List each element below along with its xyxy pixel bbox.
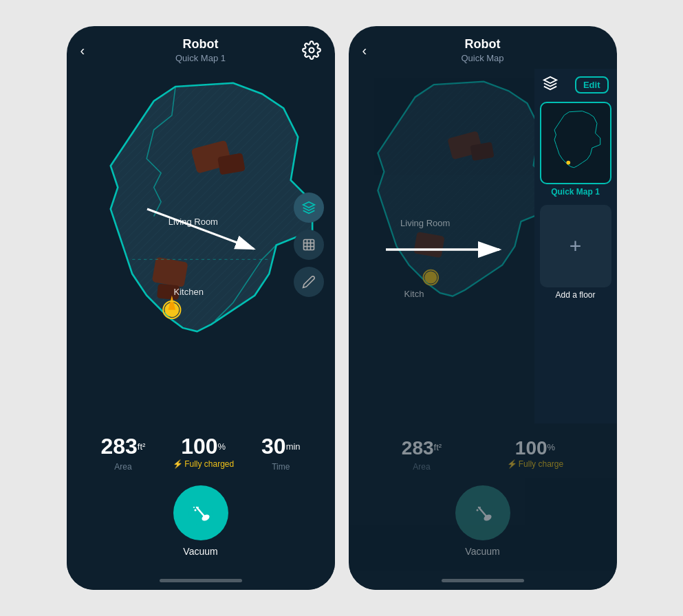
stats-section-2: 283ft² Area 100% ⚡ Fully charge <box>349 424 617 478</box>
side-panel: Edit Quick Map 1 + <box>534 69 617 424</box>
side-buttons-panel <box>294 192 324 297</box>
screen1-subtitle: Quick Map 1 <box>101 53 301 63</box>
svg-point-43 <box>479 507 481 508</box>
layers-panel-icon[interactable] <box>543 76 558 94</box>
screen2: ‹ Robot Quick Map <box>349 26 617 590</box>
screen1-header: ‹ Robot Quick Map 1 <box>67 26 335 69</box>
map-thumbnail-wrapper: Quick Map 1 <box>540 102 611 197</box>
svg-marker-27 <box>378 82 534 296</box>
home-indicator-2 <box>349 571 617 590</box>
svg-point-42 <box>476 509 478 512</box>
vacuum-button-2[interactable] <box>455 485 510 540</box>
header-title-block-1: Robot Quick Map 1 <box>101 37 301 63</box>
svg-rect-7 <box>157 284 180 300</box>
screen2-subtitle: Quick Map <box>383 53 583 63</box>
back-button-2[interactable]: ‹ <box>362 43 383 58</box>
select-icon <box>302 238 316 252</box>
lightning-icon: ⚡ <box>173 459 183 469</box>
svg-point-38 <box>566 161 570 165</box>
screen2-arrow-svg <box>386 239 510 260</box>
add-floor-label: Add a floor <box>540 290 611 300</box>
svg-point-0 <box>309 48 314 53</box>
header-title-block-2: Robot Quick Map <box>383 37 583 63</box>
vacuum-section-2: Vacuum <box>349 478 617 571</box>
battery-value: 100% <box>173 434 234 459</box>
screen2-map: Living Room Kitch <box>349 69 534 424</box>
back-button-1[interactable]: ‹ <box>80 43 101 58</box>
living-room-label-2: Living Room <box>400 218 450 228</box>
plus-icon: + <box>570 234 582 258</box>
add-floor-wrapper: + Add a floor <box>540 205 611 300</box>
edit-button[interactable]: Edit <box>575 76 609 94</box>
battery-stat: 100% ⚡ Fully charged <box>173 434 234 469</box>
time-label: Time <box>261 462 301 472</box>
pencil-button[interactable] <box>294 267 324 297</box>
arrow-annotation <box>133 202 271 257</box>
vacuum-label-1: Vacuum <box>183 546 217 557</box>
floor-plan-svg-2 <box>356 72 534 333</box>
battery-stat-2: 100% ⚡ Fully charge <box>507 437 563 469</box>
screen2-layout: Living Room Kitch <box>349 69 617 424</box>
screen1: ‹ Robot Quick Map 1 <box>67 26 335 590</box>
time-value: 30min <box>261 434 301 459</box>
area-stat-2: 283ft² Area <box>402 437 442 472</box>
home-indicator-1 <box>67 571 335 590</box>
vacuum-section-1: Vacuum <box>67 478 335 571</box>
broom-icon-2 <box>470 500 495 525</box>
screen2-title: Robot <box>383 37 583 52</box>
vacuum-button-1[interactable] <box>173 485 228 540</box>
svg-marker-37 <box>554 111 600 168</box>
stats-section-1: 283ft² Area 100% ⚡ Fully charged 30min T… <box>67 420 335 478</box>
svg-point-25 <box>193 507 195 508</box>
svg-point-23 <box>194 509 196 512</box>
home-bar-1 <box>160 579 242 582</box>
layers-icon <box>302 201 316 214</box>
svg-marker-14 <box>303 201 314 207</box>
svg-point-24 <box>197 507 199 508</box>
layers-button[interactable] <box>294 192 324 223</box>
thumbnail-floor-plan <box>545 109 606 177</box>
svg-marker-36 <box>543 77 556 83</box>
quick-map-1-label: Quick Map 1 <box>540 187 611 197</box>
kitchen-label-2: Kitch <box>404 289 424 299</box>
gear-icon <box>302 41 321 60</box>
pencil-icon <box>302 275 316 289</box>
svg-line-13 <box>147 209 254 249</box>
map-area-1: Living Room Kitchen <box>67 69 335 420</box>
select-button[interactable] <box>294 230 324 260</box>
battery-status-2: ⚡ Fully charge <box>507 459 563 469</box>
screen1-title: Robot <box>101 37 301 52</box>
vacuum-label-2: Vacuum <box>465 546 499 557</box>
add-floor-button[interactable]: + <box>540 205 611 287</box>
area-label: Area <box>100 462 145 472</box>
area-value: 283ft² <box>100 434 145 459</box>
lightning-icon-2: ⚡ <box>507 459 517 469</box>
home-bar-2 <box>442 579 524 582</box>
time-stat: 30min Time <box>261 434 301 472</box>
quick-map-1-thumbnail[interactable] <box>540 102 611 184</box>
broom-icon <box>188 500 213 525</box>
svg-point-32 <box>424 272 437 284</box>
settings-icon-wrapper[interactable] <box>301 41 321 60</box>
battery-status: ⚡ Fully charged <box>173 459 234 469</box>
panel-header: Edit <box>540 76 611 94</box>
area-stat: 283ft² Area <box>100 434 145 472</box>
svg-rect-15 <box>303 239 314 250</box>
screen2-header: ‹ Robot Quick Map <box>349 26 617 69</box>
